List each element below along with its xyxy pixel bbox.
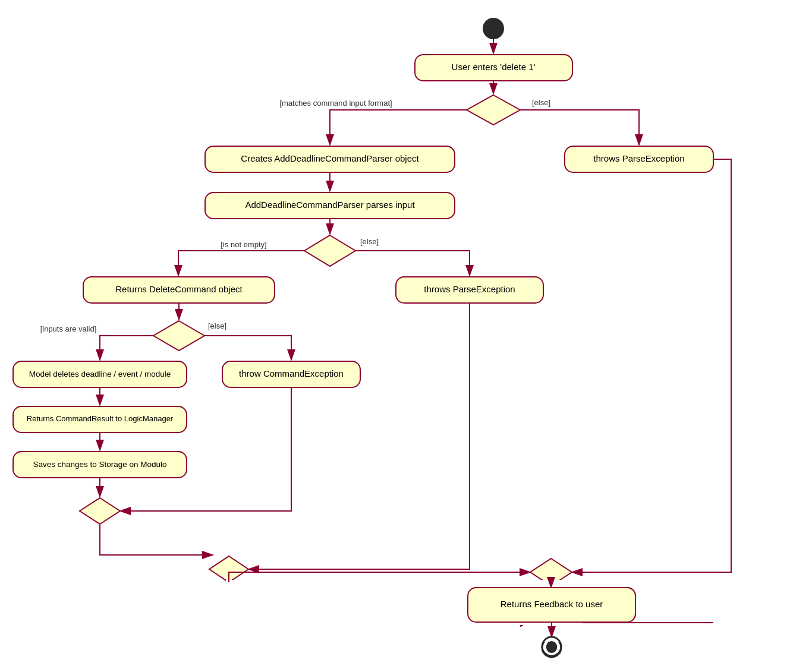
text-returns-cmd: Returns CommandResult to LogicManager [27,414,174,423]
text-model-del: Model deletes deadline / event / module [29,370,171,378]
lab-d1-left: [matches command input format] [279,99,392,108]
start-node [483,18,504,39]
text-tp2: throws ParseException [424,284,515,294]
diagram-container: User enters 'delete 1' [matches command … [0,0,790,672]
text-create-parser: Creates AddDeadlineCommandParser object [241,153,419,163]
text-rf-final: Returns Feedback to user [501,599,603,609]
text-user-input: User enters 'delete 1' [452,62,536,72]
text-parse-input: AddDeadlineCommandParser parses input [245,200,415,210]
lab-d3-right: [else] [208,321,226,330]
text-saves: Saves changes to Storage on Modulo [33,460,166,469]
lab-d2-right: [else] [360,237,379,246]
text-returns-del: Returns DeleteCommand object [115,284,243,294]
cover3 [713,475,737,630]
lab-d2-left: [is not empty] [221,240,266,249]
lab-d3-left: [inputs are valid] [40,324,97,333]
text-throw-cmd: throw CommandException [239,368,344,378]
lab-d1-right: [else] [532,98,550,107]
end-inner-final [546,641,557,652]
text-tp1: throws ParseException [593,153,684,163]
